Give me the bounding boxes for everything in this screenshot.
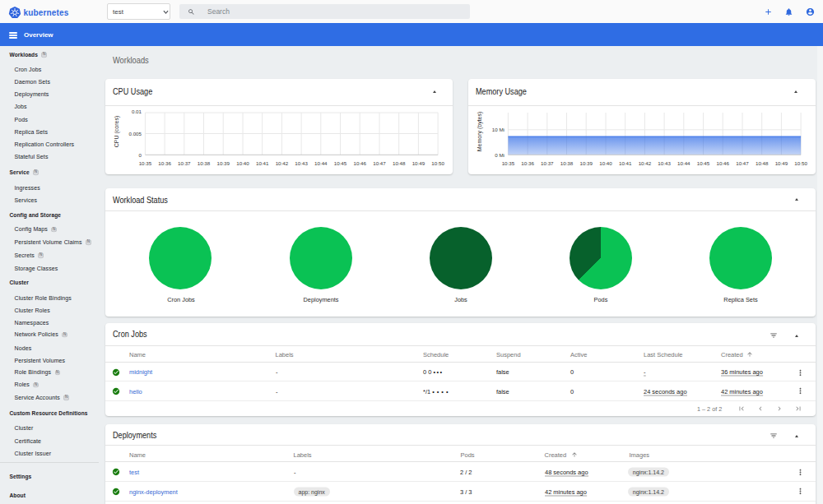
svg-text:10:48: 10:48 [756, 160, 769, 166]
svg-text:10:42: 10:42 [639, 160, 652, 166]
svg-text:10 Mi: 10 Mi [492, 127, 504, 132]
svg-text:10:38: 10:38 [560, 160, 574, 166]
svg-text:10:46: 10:46 [353, 160, 366, 166]
svg-text:0 Mi: 0 Mi [495, 152, 504, 158]
svg-text:10:37: 10:37 [178, 160, 191, 166]
svg-text:10:48: 10:48 [393, 160, 406, 166]
svg-text:10:45: 10:45 [334, 160, 347, 166]
svg-text:10:44: 10:44 [677, 160, 690, 166]
svg-text:10:39: 10:39 [216, 160, 230, 166]
svg-text:10:45: 10:45 [697, 160, 710, 166]
svg-text:10:35: 10:35 [502, 160, 515, 166]
svg-text:10:40: 10:40 [599, 160, 612, 166]
svg-text:10:49: 10:49 [775, 160, 788, 166]
svg-text:10:36: 10:36 [158, 160, 171, 166]
svg-text:10:47: 10:47 [373, 160, 386, 166]
svg-text:10:39: 10:39 [579, 160, 593, 166]
svg-text:CPU (cores): CPU (cores) [114, 116, 120, 148]
svg-text:10:41: 10:41 [619, 160, 632, 166]
svg-text:10:42: 10:42 [276, 160, 289, 166]
svg-text:10:38: 10:38 [198, 160, 211, 166]
svg-text:10:43: 10:43 [658, 160, 671, 166]
svg-text:10:41: 10:41 [256, 160, 269, 166]
svg-text:10:50: 10:50 [431, 160, 444, 166]
svg-text:10:49: 10:49 [412, 160, 425, 166]
svg-text:10:44: 10:44 [314, 160, 328, 166]
svg-text:0: 0 [139, 152, 142, 158]
svg-text:10:36: 10:36 [521, 160, 534, 166]
svg-text:0.01: 0.01 [132, 109, 142, 114]
svg-text:10:35: 10:35 [139, 160, 152, 166]
svg-text:10:43: 10:43 [295, 160, 308, 166]
svg-text:0.005: 0.005 [129, 131, 142, 136]
svg-text:10:37: 10:37 [541, 160, 554, 166]
svg-text:10:40: 10:40 [236, 160, 249, 166]
svg-text:Memory (bytes): Memory (bytes) [477, 112, 483, 152]
svg-text:10:46: 10:46 [716, 160, 729, 166]
svg-text:10:50: 10:50 [794, 160, 807, 166]
svg-text:10:47: 10:47 [736, 160, 749, 166]
